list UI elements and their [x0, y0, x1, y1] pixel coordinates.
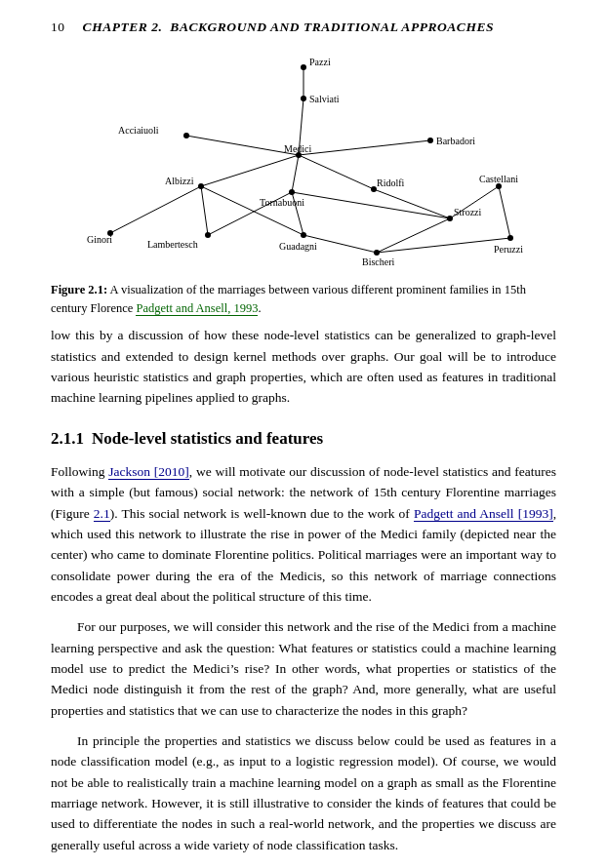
- body-paragraph-2: Following Jackson [2010], we will motiva…: [51, 461, 556, 607]
- svg-text:Salviati: Salviati: [309, 94, 340, 104]
- svg-point-31: [289, 189, 295, 195]
- svg-text:Bischeri: Bischeri: [362, 256, 395, 267]
- svg-line-6: [299, 155, 374, 189]
- svg-text:Strozzi: Strozzi: [454, 207, 482, 217]
- svg-text:Medici: Medici: [284, 143, 312, 154]
- svg-text:Albizzi: Albizzi: [165, 176, 194, 186]
- svg-line-4: [201, 155, 299, 186]
- svg-point-23: [183, 133, 189, 138]
- svg-point-45: [374, 250, 380, 256]
- svg-text:Lambertesch: Lambertesch: [147, 239, 198, 250]
- svg-text:Tornabuoni: Tornabuoni: [260, 197, 304, 208]
- svg-line-3: [299, 140, 430, 155]
- figure-caption-text: A visualization of the marriages between…: [51, 283, 526, 315]
- svg-point-29: [198, 183, 204, 189]
- ref-figure-2-1[interactable]: 2.1: [94, 506, 110, 522]
- figure-ref-padgett[interactable]: Padgett and Ansell, 1993: [136, 301, 258, 316]
- svg-line-18: [377, 238, 510, 253]
- svg-text:Ginori: Ginori: [87, 234, 112, 245]
- svg-point-47: [507, 235, 513, 241]
- svg-line-15: [499, 186, 510, 238]
- svg-text:Ridolfi: Ridolfi: [377, 178, 405, 188]
- svg-point-43: [447, 216, 453, 221]
- svg-text:Barbadori: Barbadori: [436, 136, 475, 146]
- svg-point-27: [427, 138, 433, 143]
- ref-jackson-2010[interactable]: Jackson [2010]: [108, 464, 189, 480]
- svg-point-39: [205, 232, 211, 238]
- svg-text:Castellani: Castellani: [479, 174, 518, 184]
- network-graph: Pazzi Salviati Acciaiuoli Medici Barbado…: [50, 48, 557, 277]
- figure-caption: Figure 2.1: A visualization of the marri…: [51, 281, 556, 318]
- svg-line-17: [377, 218, 450, 253]
- svg-line-13: [374, 189, 450, 218]
- svg-text:Peruzzi: Peruzzi: [494, 244, 523, 255]
- svg-text:Guadagni: Guadagni: [279, 241, 317, 252]
- ref-padgett-ansell-1993[interactable]: Padgett and Ansell [1993]: [414, 506, 553, 522]
- svg-line-5: [292, 155, 299, 192]
- figure-2-1: Pazzi Salviati Acciaiuoli Medici Barbado…: [51, 48, 556, 318]
- page-number: 10: [51, 18, 65, 38]
- svg-point-21: [301, 96, 306, 101]
- chapter-title: CHAPTER 2. BACKGROUND AND TRADITIONAL AP…: [83, 18, 494, 38]
- svg-text:Pazzi: Pazzi: [309, 57, 331, 67]
- body-paragraph-4: In principle the properties and statisti…: [51, 730, 556, 855]
- svg-line-7: [110, 186, 201, 233]
- svg-point-41: [301, 232, 306, 238]
- svg-point-19: [301, 64, 306, 70]
- figure-label: Figure 2.1:: [51, 283, 107, 296]
- body-paragraph-1: low this by a discussion of how these no…: [51, 325, 556, 408]
- page-header: 10 CHAPTER 2. BACKGROUND AND TRADITIONAL…: [51, 18, 556, 38]
- svg-line-8: [201, 186, 208, 235]
- svg-text:Acciaiuoli: Acciaiuoli: [118, 125, 159, 136]
- section-title-211: 2.1.1Node-level statistics and features: [51, 426, 556, 452]
- svg-line-2: [186, 136, 299, 155]
- svg-line-12: [292, 192, 450, 218]
- body-paragraph-3: For our purposes, we will consider this …: [51, 616, 556, 721]
